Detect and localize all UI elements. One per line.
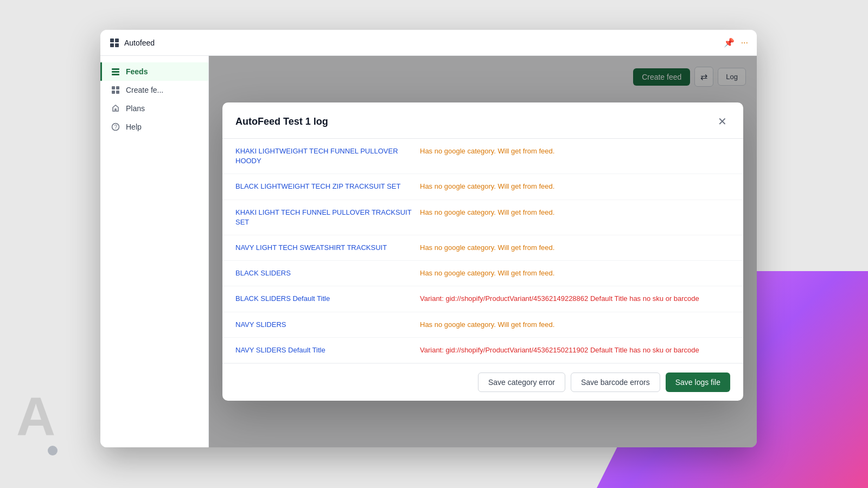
table-row: KHAKI LIGHT TECH FUNNEL PULLOVER TRACKSU… <box>222 200 743 235</box>
pin-icon[interactable]: 📌 <box>724 37 735 48</box>
table-row: NAVY SLIDERS Default TitleVariant: gid:/… <box>222 338 743 363</box>
feeds-icon <box>111 67 120 76</box>
title-bar: Autofeed 📌 ··· <box>100 30 757 56</box>
log-product-name[interactable]: NAVY SLIDERS Default Title <box>235 345 420 355</box>
logo-letter: A <box>16 389 58 444</box>
table-row: NAVY LIGHT TECH SWEATSHIRT TRACKSUITHas … <box>222 235 743 261</box>
svg-rect-9 <box>112 91 115 94</box>
table-row: BLACK LIGHTWEIGHT TECH ZIP TRACKSUIT SET… <box>222 174 743 200</box>
log-product-name[interactable]: KHAKI LIGHTWEIGHT TECH FUNNEL PULLOVER H… <box>235 146 420 166</box>
table-row: KHAKI LIGHTWEIGHT TECH FUNNEL PULLOVER H… <box>222 139 743 174</box>
log-product-name[interactable]: NAVY LIGHT TECH SWEATSHIRT TRACKSUIT <box>235 243 420 253</box>
svg-rect-10 <box>116 91 119 94</box>
svg-rect-1 <box>115 38 119 42</box>
table-row: BLACK SLIDERSHas no google category. Wil… <box>222 261 743 286</box>
save-barcode-errors-button[interactable]: Save barcode errors <box>571 373 660 392</box>
save-logs-file-button[interactable]: Save logs file <box>666 373 730 392</box>
autofeed-logo-watermark: A <box>16 389 58 455</box>
sidebar-item-label-plans: Plans <box>126 104 145 113</box>
app-icon <box>109 37 120 48</box>
svg-rect-0 <box>110 38 114 42</box>
log-message: Has no google category. Will get from fe… <box>420 268 730 278</box>
svg-rect-8 <box>116 86 119 89</box>
svg-rect-2 <box>110 43 114 47</box>
svg-rect-6 <box>112 74 119 75</box>
modal-footer: Save category error Save barcode errors … <box>222 363 743 401</box>
log-product-name[interactable]: BLACK SLIDERS Default Title <box>235 294 420 304</box>
main-content: Create feed ⇄ Log AutoFeed Test 1 log ✕ <box>209 56 757 447</box>
more-options-icon[interactable]: ··· <box>741 38 748 48</box>
create-feed-icon <box>111 85 120 95</box>
logo-dot <box>48 446 58 455</box>
log-message: Variant: gid://shopify/ProductVariant/45… <box>420 294 730 304</box>
log-message: Has no google category. Will get from fe… <box>420 146 730 156</box>
table-row: BLACK SLIDERS Default TitleVariant: gid:… <box>222 286 743 312</box>
title-bar-actions: 📌 ··· <box>724 37 748 48</box>
table-row: NAVY SLIDERSHas no google category. Will… <box>222 312 743 338</box>
sidebar-item-feeds[interactable]: Feeds <box>100 62 208 81</box>
sidebar-item-label-feeds: Feeds <box>126 67 148 76</box>
sidebar-item-label-help: Help <box>126 123 142 131</box>
log-product-name[interactable]: BLACK SLIDERS <box>235 268 420 278</box>
sidebar-item-label-create-feed: Create fe... <box>126 86 163 94</box>
log-product-name[interactable]: NAVY SLIDERS <box>235 320 420 330</box>
log-message: Has no google category. Will get from fe… <box>420 320 730 330</box>
sidebar: Feeds Create fe... <box>100 56 209 447</box>
log-product-name[interactable]: KHAKI LIGHT TECH FUNNEL PULLOVER TRACKSU… <box>235 208 420 227</box>
modal-backdrop: AutoFeed Test 1 log ✕ KHAKI LIGHTWEIGHT … <box>209 56 757 447</box>
log-message: Variant: gid://shopify/ProductVariant/45… <box>420 345 730 355</box>
log-message: Has no google category. Will get from fe… <box>420 182 730 191</box>
help-icon: ? <box>111 122 120 132</box>
modal-title: AutoFeed Test 1 log <box>235 116 328 127</box>
close-icon: ✕ <box>718 115 727 128</box>
sidebar-item-plans[interactable]: Plans <box>100 99 208 118</box>
modal-header: AutoFeed Test 1 log ✕ <box>222 102 743 139</box>
svg-rect-3 <box>115 43 119 47</box>
log-message: Has no google category. Will get from fe… <box>420 243 730 253</box>
log-product-name[interactable]: BLACK LIGHTWEIGHT TECH ZIP TRACKSUIT SET <box>235 182 420 191</box>
sidebar-item-help[interactable]: ? Help <box>100 118 208 136</box>
svg-rect-7 <box>112 86 115 89</box>
plans-icon <box>111 104 120 113</box>
sidebar-item-create-feed[interactable]: Create fe... <box>100 81 208 99</box>
app-body: Feeds Create fe... <box>100 56 757 447</box>
app-window: Autofeed 📌 ··· Feeds <box>100 30 757 447</box>
log-table: KHAKI LIGHTWEIGHT TECH FUNNEL PULLOVER H… <box>222 139 743 363</box>
svg-rect-5 <box>112 71 119 73</box>
log-message: Has no google category. Will get from fe… <box>420 208 730 217</box>
modal-close-button[interactable]: ✕ <box>714 113 730 130</box>
save-category-error-button[interactable]: Save category error <box>478 373 565 392</box>
app-title: Autofeed <box>124 38 724 47</box>
log-modal: AutoFeed Test 1 log ✕ KHAKI LIGHTWEIGHT … <box>222 102 743 401</box>
svg-text:?: ? <box>114 124 118 130</box>
svg-rect-4 <box>112 68 119 70</box>
